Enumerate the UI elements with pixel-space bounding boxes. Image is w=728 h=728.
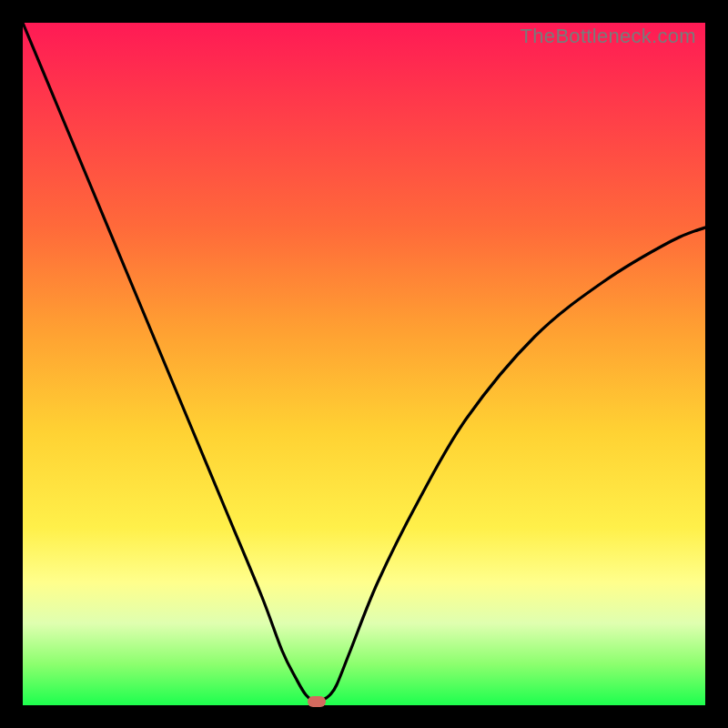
bottleneck-curve <box>23 23 705 705</box>
chart-frame: TheBottleneck.com <box>0 0 728 728</box>
minimum-marker <box>308 696 326 707</box>
plot-area: TheBottleneck.com <box>23 23 705 705</box>
